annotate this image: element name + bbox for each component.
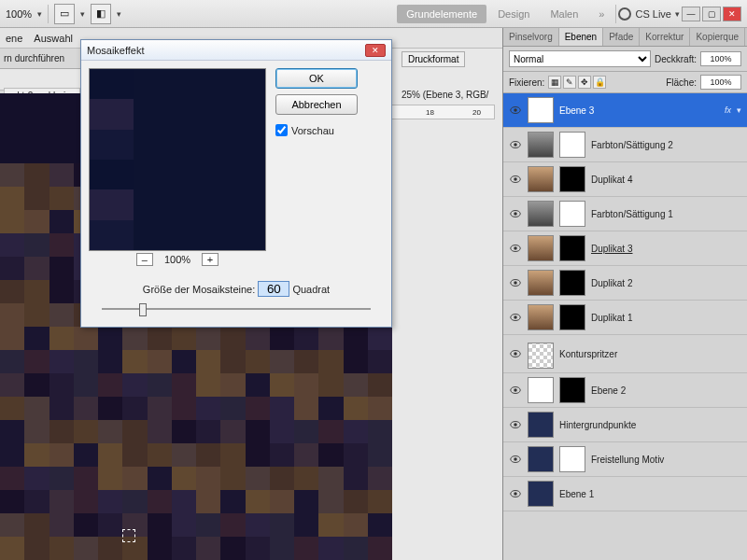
visibility-eye-icon[interactable]	[509, 207, 522, 220]
layer-row[interactable]: Ebene 3fx▾	[503, 93, 747, 128]
panel-tab[interactable]: Pinselvorg	[503, 28, 559, 46]
mask-thumb	[559, 201, 585, 227]
layer-row[interactable]: Konturspritzer	[503, 335, 747, 373]
visibility-eye-icon[interactable]	[509, 276, 522, 289]
mosaic-dialog: Mosaikeffekt ✕ – 100% + OK Abbrechen Vor…	[80, 39, 392, 328]
chevron-down-icon[interactable]: ▾	[117, 9, 121, 19]
layer-row[interactable]: Duplikat 2	[503, 266, 747, 301]
mask-thumb	[559, 166, 585, 192]
chevron-down-icon[interactable]: ▾	[80, 9, 85, 19]
ok-button[interactable]: OK	[275, 68, 358, 89]
opacity-input[interactable]: 100%	[700, 51, 741, 66]
arrange-button[interactable]: ◧	[91, 4, 111, 24]
workspace-tab-grundelemente[interactable]: Grundelemente	[397, 5, 486, 23]
layer-name[interactable]: Ebene 3	[559, 105, 719, 116]
layer-thumb	[528, 412, 554, 438]
layer-name[interactable]: Konturspritzer	[559, 349, 741, 359]
layer-name[interactable]: Ebene 2	[591, 385, 741, 396]
layer-name[interactable]: Ebene 1	[559, 489, 741, 499]
lock-pixels-icon[interactable]: ✎	[563, 76, 576, 89]
layer-row[interactable]: Farbton/Sättigung 1	[503, 197, 747, 231]
maximize-button[interactable]: ▢	[702, 7, 721, 21]
visibility-eye-icon[interactable]	[509, 104, 522, 117]
fill-input[interactable]: 100%	[700, 75, 741, 90]
layer-thumb	[528, 343, 554, 369]
close-icon[interactable]: ✕	[365, 44, 386, 57]
chevron-down-icon[interactable]: ▾	[737, 105, 741, 115]
layer-name[interactable]: Freistellung Motiv	[591, 455, 741, 465]
layer-row[interactable]: Duplikat 4	[503, 162, 747, 197]
mask-thumb	[559, 132, 585, 158]
screen-mode-button[interactable]: ▭	[54, 4, 75, 24]
visibility-eye-icon[interactable]	[509, 418, 522, 431]
minimize-button[interactable]: —	[682, 7, 700, 21]
menu-item[interactable]: ene	[6, 33, 22, 44]
svg-point-19	[514, 423, 517, 427]
slider-thumb[interactable]	[139, 303, 147, 316]
panel-tab[interactable]: Korrektur	[640, 28, 690, 46]
layer-name[interactable]: Farbton/Sättigung 1	[591, 209, 741, 219]
layer-row[interactable]: Hintergrundpunkte	[503, 408, 747, 442]
panel-tab[interactable]: Kopierque	[690, 28, 745, 46]
cs-live-button[interactable]: CS Live▾	[618, 7, 680, 21]
lock-transparent-icon[interactable]: ▦	[548, 76, 561, 89]
mask-thumb	[559, 377, 585, 403]
dialog-preview[interactable]	[89, 68, 266, 251]
chevron-down-icon[interactable]: ▾	[37, 9, 42, 19]
ruler-tick: 18	[426, 108, 434, 117]
layer-name[interactable]: Hintergrundpunkte	[559, 420, 741, 430]
panel-tab[interactable]: Pfade	[603, 28, 640, 46]
layer-thumb	[528, 235, 554, 261]
zoom-in-button[interactable]: +	[202, 253, 218, 266]
visibility-eye-icon[interactable]	[509, 242, 522, 255]
zoom-out-button[interactable]: –	[136, 253, 153, 266]
layer-name[interactable]: Farbton/Sättigung 2	[591, 140, 741, 150]
lock-position-icon[interactable]: ✥	[578, 76, 591, 89]
workspace-more[interactable]: »	[589, 5, 613, 23]
preview-checkbox[interactable]: Vorschau	[275, 124, 358, 136]
print-format-button[interactable]: Druckformat	[402, 51, 465, 67]
visibility-eye-icon[interactable]	[509, 347, 522, 360]
workspace-tab-design[interactable]: Design	[488, 5, 539, 23]
visibility-eye-icon[interactable]	[509, 453, 522, 466]
ruler-tick: 20	[472, 108, 481, 117]
layer-row[interactable]: Ebene 2	[503, 373, 747, 408]
menu-item[interactable]: Auswahl	[34, 33, 73, 44]
tile-size-input[interactable]	[258, 281, 289, 297]
preview-zoom: 100%	[164, 254, 190, 265]
layer-name[interactable]: Duplikat 2	[591, 278, 741, 288]
lock-all-icon[interactable]: 🔒	[593, 76, 606, 89]
visibility-eye-icon[interactable]	[509, 487, 522, 500]
layer-row[interactable]: Freistellung Motiv	[503, 442, 747, 477]
layer-thumb	[528, 446, 554, 472]
layer-row[interactable]: Duplikat 1	[503, 301, 747, 335]
svg-point-7	[514, 212, 517, 216]
visibility-eye-icon[interactable]	[509, 384, 522, 397]
workspace-tab-malen[interactable]: Malen	[541, 5, 587, 23]
zoom-value[interactable]: 100%	[6, 8, 32, 20]
visibility-eye-icon[interactable]	[509, 173, 522, 186]
panel-tab-layers[interactable]: Ebenen	[559, 28, 603, 46]
dialog-title: Mosaikeffekt	[87, 45, 145, 56]
preview-check-input[interactable]	[275, 124, 288, 136]
visibility-eye-icon[interactable]	[509, 138, 522, 151]
layer-row[interactable]: Duplikat 3	[503, 231, 747, 266]
visibility-eye-icon[interactable]	[509, 311, 522, 324]
layers-list: Ebene 3fx▾Farbton/Sättigung 2Duplikat 4F…	[503, 93, 747, 560]
layer-name[interactable]: Duplikat 1	[591, 313, 741, 323]
close-button[interactable]: ✕	[723, 7, 741, 21]
fx-badge[interactable]: fx	[725, 105, 731, 115]
mask-thumb	[559, 235, 585, 261]
layer-name[interactable]: Duplikat 3	[591, 244, 741, 254]
mask-thumb	[559, 446, 585, 472]
blend-mode-select[interactable]: Normal	[509, 50, 651, 67]
layer-row[interactable]: Farbton/Sättigung 2	[503, 128, 747, 162]
dialog-titlebar[interactable]: Mosaikeffekt ✕	[81, 40, 391, 61]
mask-thumb	[559, 270, 585, 296]
cancel-button[interactable]: Abbrechen	[275, 94, 358, 115]
layer-row[interactable]: Ebene 1	[503, 477, 747, 511]
tile-size-slider[interactable]	[96, 301, 376, 317]
layer-name[interactable]: Duplikat 4	[591, 175, 741, 185]
mask-thumb	[559, 304, 585, 330]
adjustment-thumb	[528, 132, 554, 158]
